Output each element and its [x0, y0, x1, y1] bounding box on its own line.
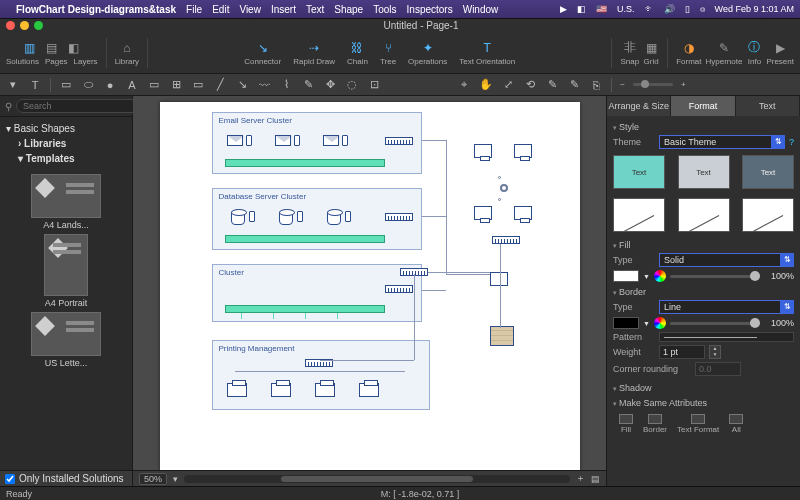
weight-input[interactable] [659, 345, 705, 359]
attr-text[interactable]: Text Format [677, 414, 719, 434]
switch-icon[interactable] [492, 236, 520, 244]
monitor-icon[interactable] [474, 206, 492, 220]
status-wifi-icon[interactable]: ᯤ [645, 4, 654, 14]
attr-all[interactable]: All [729, 414, 743, 434]
menu-insert[interactable]: Insert [271, 4, 296, 15]
db-icon[interactable] [231, 211, 245, 225]
image-tool-icon[interactable]: ▭ [191, 78, 205, 92]
tb-tree[interactable]: ⑂Tree [380, 40, 396, 66]
cluster-printing[interactable]: Printing Management [212, 340, 430, 410]
table-tool-icon[interactable]: ⊞ [169, 78, 183, 92]
monitor-icon[interactable] [514, 144, 532, 158]
curve-tool-icon[interactable]: 〰 [257, 78, 271, 92]
printer-icon[interactable] [315, 383, 335, 397]
swatch-2[interactable]: Text [678, 155, 730, 189]
db-icon[interactable] [279, 211, 293, 225]
pattern-select[interactable] [659, 332, 794, 342]
dot-tool-icon[interactable]: ◌ [345, 78, 359, 92]
tb-textorient[interactable]: TText Orientation [459, 40, 515, 66]
status-flag[interactable]: 🇺🇸 [596, 4, 607, 14]
phone-icon[interactable] [345, 211, 351, 222]
zoom-tool-icon[interactable]: ⤢ [501, 78, 515, 92]
tb-hypernote[interactable]: ✎Hypernote [706, 40, 743, 66]
phone-icon[interactable] [246, 135, 252, 146]
canvas-scroll[interactable]: Email Server Cluster Database Server Clu… [133, 96, 606, 470]
tree-libraries[interactable]: › Libraries [4, 136, 128, 151]
section-style[interactable]: Style [613, 120, 794, 132]
page[interactable]: Email Server Cluster Database Server Clu… [160, 102, 580, 470]
zoom-chevron-icon[interactable]: ▾ [173, 474, 178, 484]
tb-grid[interactable]: ▦Grid [643, 40, 659, 66]
swatch-arrow-2[interactable] [678, 198, 730, 232]
tb-info[interactable]: ⓘInfo [746, 40, 762, 66]
zoom-slider[interactable] [633, 83, 673, 86]
border-type-select[interactable]: Line⇅ [659, 300, 794, 314]
solutions-icon[interactable]: ▥ [22, 40, 38, 56]
thumb-us-letter[interactable]: US Lette... [16, 312, 116, 368]
menu-view[interactable]: View [239, 4, 261, 15]
status-control-icon[interactable]: ⌾ [700, 4, 705, 14]
thumb-a4-portrait[interactable]: A4 Portrait [16, 234, 116, 308]
weight-stepper[interactable]: ▲▼ [709, 345, 721, 359]
text-tool-icon[interactable]: T [28, 78, 42, 92]
ellipse-tool-icon[interactable]: ● [103, 78, 117, 92]
filter-installed[interactable]: Only Installed Solutions [0, 470, 132, 486]
phone-icon[interactable] [294, 135, 300, 146]
tree-templates[interactable]: ▾ Templates [4, 151, 128, 166]
app-name[interactable]: FlowChart Design-diagrams&task [16, 4, 176, 15]
cluster-generic[interactable]: Cluster [212, 264, 422, 322]
highlight-tool-icon[interactable]: ✎ [567, 78, 581, 92]
tb-library[interactable]: ⌂ Library [115, 40, 139, 66]
theme-help-icon[interactable]: ? [789, 137, 794, 147]
attr-fill[interactable]: Fill [619, 414, 633, 434]
phone-icon[interactable] [342, 135, 348, 146]
menu-shape[interactable]: Shape [334, 4, 363, 15]
swatch-arrow-3[interactable] [742, 198, 794, 232]
section-fill[interactable]: Fill [613, 238, 794, 250]
color-wheel-icon[interactable] [654, 270, 666, 282]
color-wheel-icon[interactable] [654, 317, 666, 329]
border-opacity-slider[interactable] [670, 322, 760, 325]
pages-icon[interactable]: ▤ [44, 40, 60, 56]
status-clock[interactable]: Wed Feb 9 1:01 AM [715, 4, 794, 14]
swatch-arrow-1[interactable] [613, 198, 665, 232]
printer-icon[interactable] [227, 383, 247, 397]
fill-opacity-slider[interactable] [670, 275, 760, 278]
tab-text[interactable]: Text [736, 96, 800, 116]
textbox-tool-icon[interactable]: A [125, 78, 139, 92]
printer-icon[interactable] [271, 383, 291, 397]
swatch-3[interactable]: Text [742, 155, 794, 189]
mail-icon[interactable] [275, 135, 291, 146]
switch-icon[interactable] [385, 137, 413, 145]
minimize-button[interactable] [20, 21, 29, 30]
fill-type-select[interactable]: Solid⇅ [659, 253, 794, 267]
filter-checkbox[interactable] [5, 474, 15, 484]
status-cast-icon[interactable]: ▶ [560, 4, 567, 14]
tb-operations[interactable]: ✦Operations [408, 40, 447, 66]
db-icon[interactable] [327, 211, 341, 225]
section-shadow[interactable]: Shadow [613, 379, 794, 393]
roundrect-tool-icon[interactable]: ⬭ [81, 78, 95, 92]
line-tool-icon[interactable]: ╱ [213, 78, 227, 92]
field-tool-icon[interactable]: ▭ [147, 78, 161, 92]
menu-edit[interactable]: Edit [212, 4, 229, 15]
close-button[interactable] [6, 21, 15, 30]
eyedrop-tool-icon[interactable]: ✎ [545, 78, 559, 92]
tab-format[interactable]: Format [671, 96, 735, 116]
tab-arrange[interactable]: Arrange & Size [607, 96, 671, 116]
menu-tools[interactable]: Tools [373, 4, 396, 15]
monitor-icon[interactable] [514, 206, 532, 220]
tree-basic-shapes[interactable]: ▾ Basic Shapes [4, 121, 128, 136]
page-menu-icon[interactable]: ▤ [591, 474, 600, 484]
phone-icon[interactable] [297, 211, 303, 222]
add-page-icon[interactable]: ＋ [576, 472, 585, 485]
firewall-icon[interactable] [490, 326, 514, 346]
cluster-database[interactable]: Database Server Cluster [212, 188, 422, 250]
hub-icon[interactable] [500, 184, 508, 192]
maximize-button[interactable] [34, 21, 43, 30]
fill-color-chip[interactable] [613, 270, 639, 282]
tb-format[interactable]: ◑Format [676, 40, 701, 66]
tb-chain[interactable]: ⛓Chain [347, 40, 368, 66]
crop-tool-icon[interactable]: ⊡ [367, 78, 381, 92]
router-icon[interactable] [490, 272, 508, 286]
